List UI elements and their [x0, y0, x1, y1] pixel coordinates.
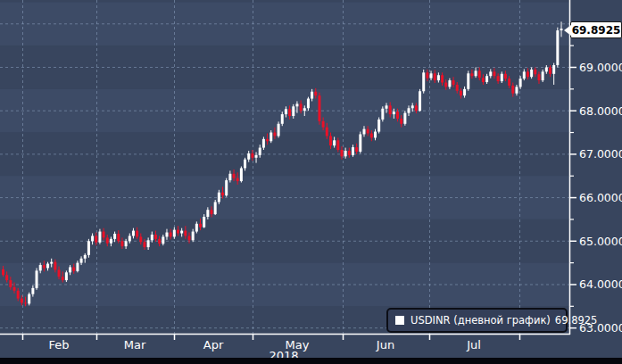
candle-down	[188, 236, 191, 240]
candle-down	[370, 134, 373, 138]
legend-box[interactable]: USDINR (дневной график) 69.8925	[386, 308, 568, 333]
candle-down	[158, 239, 161, 244]
candle-up	[359, 134, 361, 151]
candle-down	[396, 112, 399, 119]
candle-down	[426, 72, 428, 78]
candle-up	[50, 262, 53, 264]
candle-down	[236, 178, 239, 181]
candle-down	[21, 299, 23, 303]
candle-down	[348, 151, 351, 155]
candle-up	[560, 29, 563, 30]
candle-down	[537, 74, 540, 80]
candle-down	[288, 109, 291, 116]
candle-down	[314, 92, 317, 95]
candle-down	[456, 85, 459, 91]
candle-up	[240, 168, 243, 181]
y-axis-tick-label: 64.0000	[579, 277, 622, 291]
candle-down	[326, 128, 328, 136]
candle-down	[460, 91, 462, 95]
candle-up	[113, 234, 116, 239]
candle-down	[336, 140, 339, 150]
candle-down	[2, 269, 4, 275]
candle-up	[422, 72, 425, 91]
candle-down	[17, 291, 20, 299]
candle-down	[233, 174, 236, 178]
candle-up	[165, 233, 168, 237]
candle-down	[508, 79, 510, 86]
candle-down	[441, 75, 444, 82]
candle-up	[292, 106, 294, 116]
candle-up	[125, 241, 128, 246]
candle-up	[501, 74, 503, 81]
candle-down	[322, 121, 325, 128]
candle-down	[62, 277, 64, 280]
candle-up	[84, 255, 87, 259]
candle-down	[527, 71, 529, 77]
legend-swatch-icon	[395, 316, 404, 325]
candle-up	[173, 230, 176, 237]
candle-up	[98, 232, 101, 243]
candle-up	[80, 259, 83, 263]
candle-up	[374, 132, 377, 138]
candle-up	[545, 67, 548, 71]
candle-down	[389, 105, 392, 114]
candle-up	[552, 65, 555, 74]
candle-up	[523, 71, 526, 79]
last-price-tag: 69.8925	[570, 21, 622, 38]
x-axis-month-label: Apr	[203, 338, 224, 352]
candle-up	[195, 224, 198, 232]
candle-down	[493, 71, 495, 76]
candle-down	[177, 230, 179, 234]
candle-down	[72, 267, 75, 270]
candle-up	[362, 129, 365, 135]
candle-up	[180, 231, 183, 234]
candle-down	[478, 70, 481, 78]
candle-down	[470, 73, 473, 76]
candle-down	[367, 129, 369, 134]
candle-up	[467, 73, 469, 89]
y-axis-tick-label: 65.0000	[579, 235, 622, 248]
candle-down	[95, 236, 97, 242]
candle-down	[400, 119, 402, 124]
candle-up	[91, 236, 94, 241]
candle-down	[273, 133, 276, 136]
candle-up	[39, 265, 42, 270]
y-axis-tick-label: 68.0000	[579, 104, 622, 118]
candle-up	[519, 79, 522, 87]
candle-up	[69, 267, 71, 272]
candle-up	[244, 160, 246, 169]
candle-up	[228, 174, 231, 180]
candle-down	[117, 234, 120, 241]
candle-up	[162, 236, 164, 244]
candle-up	[247, 153, 250, 160]
y-axis-tick-label: 69.0000	[579, 61, 622, 74]
candle-up	[46, 264, 49, 269]
candle-down	[184, 231, 187, 236]
candle-up	[110, 239, 112, 244]
candle-up	[419, 91, 421, 111]
price-tag-pointer-icon	[564, 25, 571, 36]
candle-up	[285, 109, 287, 114]
candle-down	[355, 147, 358, 152]
candle-down	[58, 269, 61, 277]
legend-price: 69.8925	[555, 314, 598, 327]
candle-up	[278, 124, 280, 136]
candle-up	[475, 70, 477, 76]
candle-up	[430, 73, 433, 78]
candle-down	[5, 275, 8, 280]
candle-up	[203, 217, 205, 228]
candle-up	[87, 241, 90, 255]
candle-down	[251, 153, 253, 158]
candle-up	[386, 105, 388, 108]
candle-up	[303, 108, 306, 111]
x-axis-month-label: Mar	[124, 338, 146, 352]
candle-down	[318, 95, 320, 121]
candle-down	[103, 232, 105, 238]
candle-up	[377, 120, 380, 132]
candle-down	[452, 80, 455, 85]
candle-up	[408, 108, 411, 112]
candle-down	[482, 78, 485, 82]
candle-up	[381, 109, 384, 120]
candle-down	[221, 193, 224, 195]
candle-up	[311, 92, 313, 99]
